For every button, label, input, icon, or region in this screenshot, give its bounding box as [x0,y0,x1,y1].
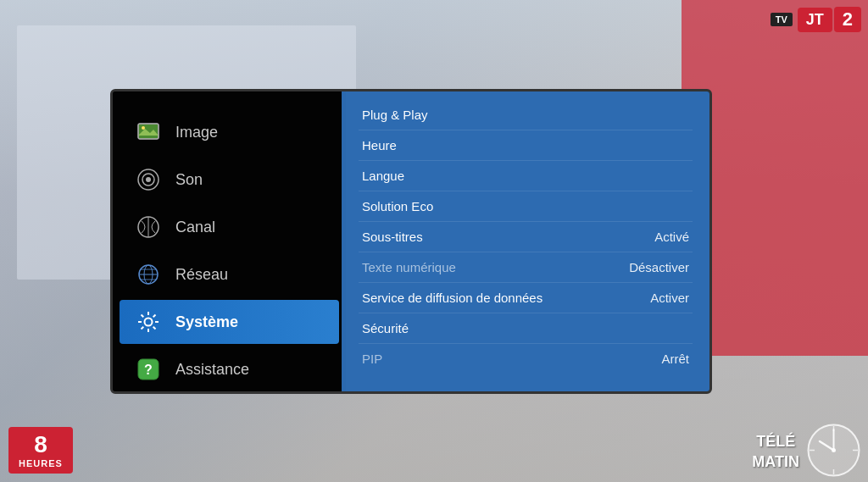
svg-line-21 [153,315,156,318]
menu-item-texte-numerique[interactable]: Texte numérique Désactiver [359,252,693,283]
menu-item-pip[interactable]: PIP Arrêt [359,344,693,374]
sidebar-item-canal[interactable]: Canal [120,205,339,249]
svg-point-3 [142,126,145,130]
svg-line-22 [142,327,144,330]
svg-rect-0 [138,124,159,139]
pip-value: Arrêt [661,352,689,366]
tele-matin-text: TÉLÉ MATIN [752,434,799,474]
menu-item-service-diffusion[interactable]: Service de diffusion de données Activer [359,283,693,313]
sidebar-label-image: Image [175,124,218,141]
sidebar-item-image[interactable]: Image [120,110,339,154]
tv-badge: TV [771,13,793,26]
securite-label: Sécurité [362,321,409,335]
texte-numerique-value: Désactiver [629,260,689,274]
sidebar-label-reseau: Réseau [175,266,228,284]
heure-label: Heure [362,138,397,152]
tele-matin-line1: TÉLÉ [752,434,799,451]
sidebar-label-assistance: Assistance [175,361,249,379]
heures-label: HEURES [19,458,63,468]
image-icon [135,119,162,146]
svg-point-14 [145,319,153,326]
sidebar-item-son[interactable]: Son [120,158,339,202]
tv-frame: Image Son Canal [110,89,712,394]
sidebar-item-systeme[interactable]: Système [120,300,339,344]
menu-item-securite[interactable]: Sécurité [359,313,693,344]
sous-titres-value: Activé [654,230,689,244]
svg-point-6 [146,177,151,182]
plug-play-label: Plug & Play [362,108,428,122]
sidebar-label-canal: Canal [175,219,215,236]
help-icon: ? [135,356,162,383]
sidebar-label-son: Son [175,171,203,189]
network-icon [135,261,162,288]
menu-item-sous-titres[interactable]: Sous-titres Activé [359,222,693,252]
service-diffusion-value: Activer [650,291,689,305]
sidebar-item-reseau[interactable]: Réseau [120,252,339,296]
canal-icon [135,213,162,241]
svg-line-20 [153,327,156,330]
content-panel: Plug & Play Heure Langue Solution Eco So… [342,91,709,391]
menu-item-langue[interactable]: Langue [359,161,693,191]
tele-matin-line2: MATIN [752,454,799,471]
sidebar-label-systeme: Système [175,313,238,331]
heures-number: 8 [34,432,47,458]
sidebar-item-assistance[interactable]: ? Assistance [120,347,339,391]
svg-line-19 [142,315,144,318]
sous-titres-label: Sous-titres [362,230,423,244]
heures-badge: 8 HEURES [8,427,73,474]
menu-item-solution-eco[interactable]: Solution Eco [359,191,693,222]
langue-label: Langue [362,169,404,183]
clock-area: TÉLÉ MATIN [752,423,861,478]
sound-icon [135,166,162,193]
jt-badge: JT [798,8,832,32]
texte-numerique-label: Texte numérique [362,260,456,274]
svg-point-32 [832,448,836,452]
settings-icon [135,308,162,335]
service-diffusion-label: Service de diffusion de données [362,291,542,305]
channel-number-badge: 2 [834,7,861,32]
svg-text:?: ? [144,363,153,377]
pip-label: PIP [362,352,382,366]
clock-svg [806,423,861,478]
menu-item-heure[interactable]: Heure [359,130,693,161]
solution-eco-label: Solution Eco [362,199,433,213]
sidebar-menu: Image Son Canal [113,91,346,391]
channel-branding: TV JT 2 [771,7,861,32]
menu-item-plug-play[interactable]: Plug & Play [359,100,693,130]
